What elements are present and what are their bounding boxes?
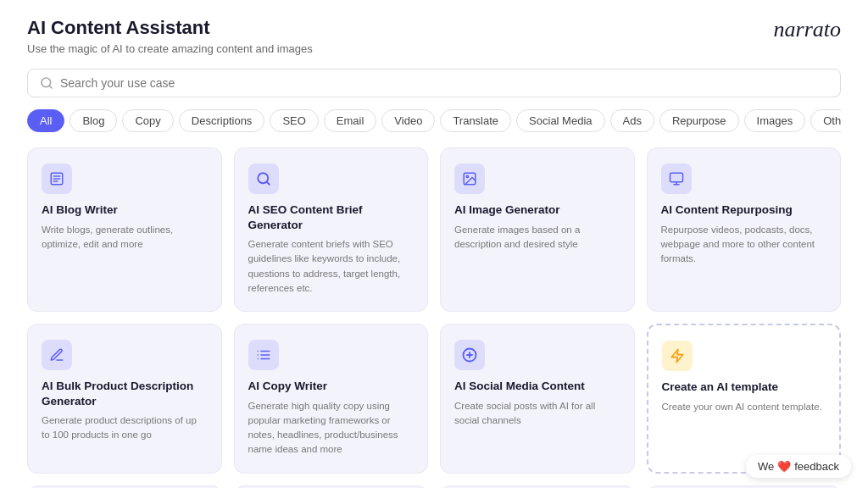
search-icon	[40, 76, 53, 90]
card-content-repurposing[interactable]: AI Content Repurposing Repurpose videos,…	[647, 147, 842, 312]
tab-translate[interactable]: Translate	[440, 109, 511, 132]
page-subtitle: Use the magic of AI to create amazing co…	[27, 42, 313, 55]
card-desc: Generate content briefs with SEO guideli…	[248, 237, 415, 296]
card-icon	[42, 164, 72, 194]
card-ai-blog-writer[interactable]: AI Blog Writer Write blogs, generate out…	[27, 147, 222, 312]
card-title: Create an AI template	[662, 380, 826, 395]
logo: narrato	[774, 17, 841, 42]
page-title: AI Content Assistant	[27, 17, 313, 39]
card-desc: Create your own AI content template.	[662, 400, 826, 414]
tab-repurpose[interactable]: Repurpose	[659, 109, 739, 132]
card-title: AI Copy Writer	[248, 379, 415, 394]
card-desc: Create social posts with AI for all soci…	[454, 399, 620, 429]
card-copy-writer[interactable]: AI Copy Writer Generate high quality cop…	[234, 324, 429, 474]
card-desc: Generate images based on a description a…	[454, 223, 620, 252]
card-icon	[454, 164, 485, 194]
card-desc: Generate product descriptions of up to 1…	[42, 413, 208, 443]
tab-images[interactable]: Images	[744, 109, 806, 132]
card-icon	[661, 164, 692, 194]
card-title: AI SEO Content Brief Generator	[248, 202, 415, 232]
card-social-media[interactable]: AI Social Media Content Create social po…	[440, 324, 635, 474]
card-title: AI Content Repurposing	[661, 202, 827, 218]
feedback-we: We	[758, 460, 774, 473]
card-icon	[42, 340, 72, 370]
card-title: AI Social Media Content	[454, 379, 620, 394]
search-input[interactable]	[60, 76, 828, 90]
card-linkedin-url[interactable]: MY TEMPLATE LinkedIn post from URL	[234, 485, 429, 488]
card-desc: Repurpose videos, podcasts, docs, webpag…	[661, 223, 827, 267]
svg-line-1	[49, 86, 52, 88]
card-short-linkedin[interactable]: MY TEMPLATE Short post for LinkedIn	[27, 485, 222, 488]
tab-copy[interactable]: Copy	[122, 109, 173, 132]
filter-tabs: All Blog Copy Descriptions SEO Email Vid…	[27, 109, 841, 132]
card-bulk-product[interactable]: AI Bulk Product Description Generator Ge…	[27, 324, 222, 474]
tab-blog[interactable]: Blog	[70, 109, 117, 132]
svg-line-7	[266, 181, 269, 184]
tab-descriptions[interactable]: Descriptions	[179, 109, 265, 132]
tab-social-media[interactable]: Social Media	[516, 109, 604, 132]
card-desc: Generate high quality copy using popular…	[248, 399, 415, 458]
tab-ads[interactable]: Ads	[610, 109, 654, 132]
search-bar	[27, 69, 841, 97]
card-title: AI Bulk Product Description Generator	[42, 379, 208, 408]
card-create-template[interactable]: Create an AI template Create your own AI…	[647, 324, 842, 474]
svg-rect-10	[670, 173, 682, 182]
card-title: AI Image Generator	[454, 202, 620, 218]
tab-other[interactable]: Other	[810, 109, 841, 132]
card-image-generator[interactable]: AI Image Generator Generate images based…	[440, 147, 635, 312]
card-seo-brief[interactable]: AI SEO Content Brief Generator Generate …	[234, 147, 429, 312]
tab-seo[interactable]: SEO	[270, 109, 318, 132]
card-icon	[454, 340, 485, 370]
card-icon	[662, 341, 693, 371]
heart-icon: ❤️	[777, 460, 791, 473]
tab-email[interactable]: Email	[324, 109, 377, 132]
feedback-bar[interactable]: We ❤️ feedback	[746, 455, 851, 478]
card-icon	[248, 340, 279, 370]
cards-grid: AI Blog Writer Write blogs, generate out…	[27, 147, 841, 488]
card-title: AI Blog Writer	[42, 202, 208, 218]
tab-all[interactable]: All	[27, 109, 64, 132]
tab-video[interactable]: Video	[381, 109, 435, 132]
card-desc: Write blogs, generate outlines, optimize…	[42, 223, 208, 252]
feedback-label: feedback	[794, 460, 839, 473]
card-royalty-images[interactable]: Royalty free images	[440, 485, 635, 488]
card-icon	[248, 164, 279, 194]
svg-point-9	[466, 175, 468, 177]
card-gifs[interactable]: GIF GIFs	[647, 485, 842, 488]
svg-marker-22	[671, 350, 683, 363]
